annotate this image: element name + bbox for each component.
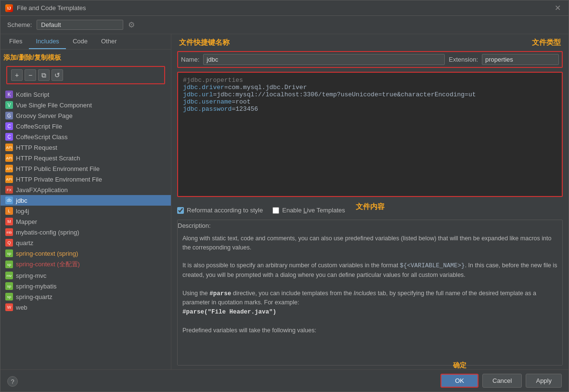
copy-button[interactable]: ⧉ [38, 69, 50, 81]
spring-icon: sp [5, 249, 13, 257]
add-button[interactable]: + [11, 69, 23, 81]
kotlin-icon: K [5, 91, 13, 98]
ok-button[interactable]: OK [440, 374, 478, 388]
list-item[interactable]: Q quartz [0, 237, 171, 248]
name-input[interactable] [203, 54, 445, 65]
list-item[interactable]: API HTTP Public Environment File [0, 163, 171, 174]
list-item[interactable]: C CoffeeScript File [0, 121, 171, 131]
web-icon: W [5, 303, 13, 311]
code-editor[interactable]: #jdbc.properties jdbc.driver=com.mysql.j… [177, 72, 563, 197]
close-button[interactable]: ✕ [552, 2, 564, 13]
help-button[interactable]: ? [7, 376, 18, 387]
coffee-icon: C [5, 122, 13, 130]
mapper-icon: M [5, 218, 13, 225]
item-label: spring-context (spring) [16, 250, 78, 257]
list-item[interactable]: mv spring-mvc [0, 270, 171, 281]
reformat-label[interactable]: Reformat according to style [187, 207, 263, 214]
list-item[interactable]: sp spring-context (全配置) [0, 259, 171, 270]
item-label: Groovy Server Page [16, 112, 73, 119]
cancel-button[interactable]: Cancel [482, 374, 522, 388]
live-templates-group: Enable Live Templates [272, 207, 345, 214]
item-label: CoffeeScript File [16, 123, 62, 130]
item-label: Mapper [16, 218, 37, 225]
javafx-icon: FX [5, 186, 13, 194]
description-content: Along with static text, code and comment… [178, 230, 562, 365]
scheme-bar: Scheme: Default Project ⚙ [0, 16, 569, 34]
app-icon: IJ [5, 4, 13, 12]
remove-button[interactable]: − [25, 69, 36, 81]
list-item[interactable]: mb mybatis-config (spring) [0, 227, 171, 237]
reset-button[interactable]: ↺ [52, 69, 63, 81]
item-label: spring-mybatis [16, 283, 57, 290]
code-line: #jdbc.properties [183, 77, 557, 84]
file-list: K Kotlin Script V Vue Single File Compon… [0, 88, 171, 369]
list-item[interactable]: API HTTP Request Scratch [0, 153, 171, 163]
item-label: spring-mvc [16, 272, 47, 279]
http-icon: API [5, 144, 13, 151]
description-label: Description: [178, 220, 562, 230]
list-item[interactable]: API HTTP Private Environment File [0, 174, 171, 184]
spring-icon: sp [5, 261, 13, 268]
scheme-label: Scheme: [7, 21, 32, 28]
item-label: HTTP Request [16, 144, 57, 151]
item-label: log4j [16, 208, 29, 215]
list-item[interactable]: M Mapper [0, 216, 171, 227]
dialog-title: File and Code Templates [17, 4, 86, 12]
list-item[interactable]: C CoffeeScript Class [0, 131, 171, 142]
http-icon: API [5, 154, 13, 162]
code-line: jdbc.url=jdbc:mysql://localhost:3306/tem… [183, 91, 557, 98]
item-label: Kotlin Script [16, 91, 49, 98]
tab-includes[interactable]: Includes [29, 34, 65, 49]
list-item[interactable]: sp spring-quartz [0, 291, 171, 302]
item-label: spring-context (全配置) [16, 260, 80, 269]
title-bar: IJ File and Code Templates ✕ [0, 0, 569, 16]
list-item-jdbc[interactable]: db jdbc [0, 195, 171, 206]
tab-code[interactable]: Code [66, 34, 94, 49]
name-extension-row: Name: Extension: [177, 51, 563, 68]
item-label: spring-quartz [16, 293, 52, 301]
list-item[interactable]: W web [0, 302, 171, 313]
scheme-select[interactable]: Default Project [37, 20, 123, 30]
item-label: mybatis-config (spring) [16, 229, 79, 236]
tab-files[interactable]: Files [2, 34, 29, 49]
item-label: HTTP Private Environment File [16, 176, 102, 183]
tabs-row: Files Includes Code Other [0, 34, 171, 50]
list-item[interactable]: L log4j [0, 206, 171, 216]
list-item-groovy[interactable]: G Groovy Server Page [0, 110, 171, 121]
apply-button[interactable]: Apply [526, 374, 562, 388]
live-templates-checkbox[interactable] [272, 207, 279, 214]
description-section: Description: Along with static text, cod… [177, 220, 563, 366]
item-label: quartz [16, 239, 33, 247]
code-line: jdbc.driver=com.mysql.jdbc.Driver [183, 84, 557, 91]
item-label: jdbc [16, 197, 27, 204]
coffee-icon: C [5, 133, 13, 141]
reformat-checkbox[interactable] [177, 207, 184, 214]
list-item[interactable]: V Vue Single File Component [0, 100, 171, 110]
tab-other[interactable]: Other [94, 34, 124, 49]
list-item[interactable]: API HTTP Request [0, 142, 171, 153]
list-item[interactable]: FX JavaFXApplication [0, 184, 171, 195]
extension-input[interactable] [482, 54, 559, 65]
vue-icon: V [5, 101, 13, 109]
extension-label: Extension: [449, 56, 478, 63]
bottom-bar: ? 确定 OK Cancel Apply [0, 369, 569, 392]
right-panel: 文件快捷键名称 文件类型 Name: Extension: #jdbc.prop… [171, 34, 569, 369]
live-templates-label[interactable]: Enable Live Templates [282, 207, 345, 214]
name-annotation: 文件快捷键名称 [179, 38, 230, 47]
toolbar-row: + − ⧉ ↺ [6, 66, 165, 84]
item-label: Vue Single File Component [16, 102, 92, 109]
list-item[interactable]: sp spring-mybatis [0, 281, 171, 291]
reformat-group: Reformat according to style [177, 207, 263, 214]
list-item-spring-context[interactable]: sp spring-context (spring) [0, 248, 171, 259]
name-label: Name: [181, 56, 199, 63]
item-label: HTTP Request Scratch [16, 155, 80, 162]
item-label: HTTP Public Environment File [16, 165, 100, 172]
gear-icon[interactable]: ⚙ [128, 20, 135, 29]
list-item[interactable]: K Kotlin Script [0, 89, 171, 100]
dialog: IJ File and Code Templates ✕ Scheme: Def… [0, 0, 569, 392]
mybatis-icon: mb [5, 228, 13, 236]
item-label: web [16, 304, 27, 311]
toolbar-annotation: 添加/删除/复制模板 [3, 53, 61, 62]
http-icon: API [5, 165, 13, 172]
log4j-icon: L [5, 207, 13, 215]
